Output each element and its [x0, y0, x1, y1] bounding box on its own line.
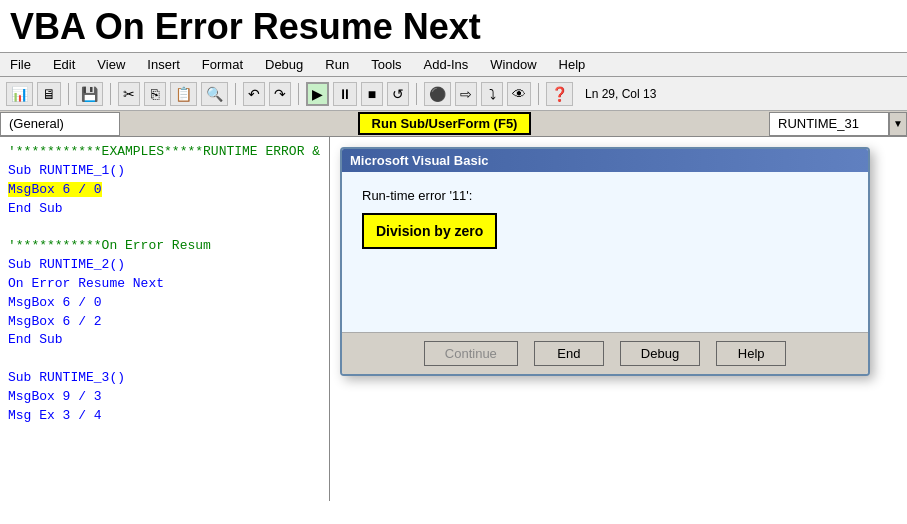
menu-addins[interactable]: Add-Ins: [420, 55, 473, 74]
error-label: Run-time error '11':: [362, 188, 848, 203]
error-dialog: Microsoft Visual Basic Run-time error '1…: [340, 147, 870, 376]
toolbar-separator-5: [416, 83, 417, 105]
toolbar-separator-4: [298, 83, 299, 105]
code-header: (General) Run Sub/UserForm (F5) RUNTIME_…: [0, 111, 907, 137]
toolbar-save-icon[interactable]: 💾: [76, 82, 103, 106]
run-sub-area: Run Sub/UserForm (F5): [120, 112, 769, 135]
code-line-9: MsgBox 6 / 0: [8, 294, 321, 313]
toolbar-step-icon[interactable]: ⇨: [455, 82, 477, 106]
code-line-5: [8, 218, 321, 237]
toolbar-step2-icon[interactable]: ⤵: [481, 82, 503, 106]
menu-view[interactable]: View: [93, 55, 129, 74]
code-line-6: '***********On Error Resum: [8, 237, 321, 256]
title-bar: VBA On Error Resume Next: [0, 0, 907, 52]
code-area: '***********EXAMPLES*****RUNTIME ERROR &…: [0, 137, 907, 501]
toolbar-pause-icon[interactable]: ⏸: [333, 82, 357, 106]
toolbar-find-icon[interactable]: 🔍: [201, 82, 228, 106]
toolbar-separator-1: [68, 83, 69, 105]
menu-debug[interactable]: Debug: [261, 55, 307, 74]
dialog-title-bar: Microsoft Visual Basic: [342, 149, 868, 172]
code-line-15: Msg Ex 3 / 4: [8, 407, 321, 426]
menu-format[interactable]: Format: [198, 55, 247, 74]
end-button[interactable]: End: [534, 341, 604, 366]
toolbar-separator-6: [538, 83, 539, 105]
menu-run[interactable]: Run: [321, 55, 353, 74]
toolbar-cut-icon[interactable]: ✂: [118, 82, 140, 106]
toolbar-paste-icon[interactable]: 📋: [170, 82, 197, 106]
toolbar-separator-3: [235, 83, 236, 105]
menu-window[interactable]: Window: [486, 55, 540, 74]
continue-button[interactable]: Continue: [424, 341, 518, 366]
menu-file[interactable]: File: [6, 55, 35, 74]
run-sub-button[interactable]: Run Sub/UserForm (F5): [358, 112, 532, 135]
code-line-11: End Sub: [8, 331, 321, 350]
toolbar-breakpoint-icon[interactable]: ⚫: [424, 82, 451, 106]
error-message: Division by zero: [362, 213, 497, 249]
menu-tools[interactable]: Tools: [367, 55, 405, 74]
code-panel: '***********EXAMPLES*****RUNTIME ERROR &…: [0, 137, 330, 501]
page-title: VBA On Error Resume Next: [10, 6, 897, 48]
runtime-dropdown-icon[interactable]: ▼: [889, 112, 907, 136]
debug-button[interactable]: Debug: [620, 341, 700, 366]
code-line-14: MsgBox 9 / 3: [8, 388, 321, 407]
code-line-4: End Sub: [8, 200, 321, 219]
general-dropdown[interactable]: (General): [0, 112, 120, 136]
toolbar-vbe-icon[interactable]: 🖥: [37, 82, 61, 106]
dialog-title-text: Microsoft Visual Basic: [350, 153, 488, 168]
toolbar-help-icon[interactable]: ❓: [546, 82, 573, 106]
menu-bar: File Edit View Insert Format Debug Run T…: [0, 52, 907, 77]
toolbar-copy-icon[interactable]: ⎘: [144, 82, 166, 106]
toolbar-undo-icon[interactable]: ↶: [243, 82, 265, 106]
code-line-2: Sub RUNTIME_1(): [8, 162, 321, 181]
code-line-12: [8, 350, 321, 369]
line-col-indicator: Ln 29, Col 13: [585, 87, 656, 101]
toolbar: 📊 🖥 💾 ✂ ⎘ 📋 🔍 ↶ ↷ ▶ ⏸ ■ ↺ ⚫ ⇨ ⤵ 👁 ❓ Ln 2…: [0, 77, 907, 111]
runtime-label: RUNTIME_31: [769, 112, 889, 136]
runtime-area: RUNTIME_31 ▼: [769, 112, 907, 136]
code-line-10: MsgBox 6 / 2: [8, 313, 321, 332]
toolbar-excel-icon[interactable]: 📊: [6, 82, 33, 106]
toolbar-redo-icon[interactable]: ↷: [269, 82, 291, 106]
help-button[interactable]: Help: [716, 341, 786, 366]
highlight-msgbox: MsgBox 6 / 0: [8, 182, 102, 197]
general-label: (General): [9, 116, 64, 131]
code-line-13: Sub RUNTIME_3(): [8, 369, 321, 388]
dialog-body: Run-time error '11': Division by zero: [342, 172, 868, 332]
code-line-3: MsgBox 6 / 0: [8, 181, 321, 200]
menu-insert[interactable]: Insert: [143, 55, 184, 74]
code-line-1: '***********EXAMPLES*****RUNTIME ERROR &…: [8, 143, 321, 162]
toolbar-play-icon[interactable]: ▶: [306, 82, 329, 106]
toolbar-stop-icon[interactable]: ■: [361, 82, 383, 106]
code-line-8: On Error Resume Next: [8, 275, 321, 294]
dialog-buttons: Continue End Debug Help: [342, 332, 868, 374]
menu-edit[interactable]: Edit: [49, 55, 79, 74]
toolbar-separator-2: [110, 83, 111, 105]
toolbar-reset-icon[interactable]: ↺: [387, 82, 409, 106]
menu-help[interactable]: Help: [555, 55, 590, 74]
code-line-7: Sub RUNTIME_2(): [8, 256, 321, 275]
toolbar-watch-icon[interactable]: 👁: [507, 82, 531, 106]
